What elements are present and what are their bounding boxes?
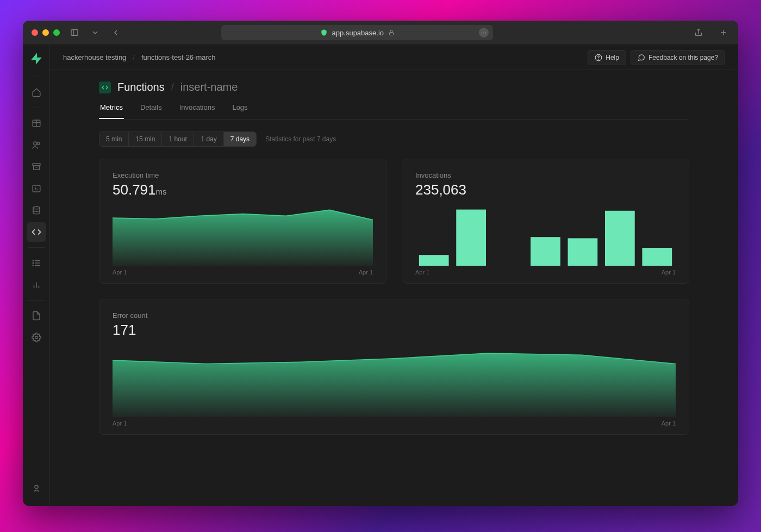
feedback-label: Feedback on this page? (648, 54, 718, 61)
app-sidebar (23, 45, 50, 506)
svg-point-26 (35, 485, 38, 489)
err-axis-left: Apr 1 (113, 420, 127, 427)
svg-rect-29 (419, 255, 449, 266)
svg-point-25 (35, 336, 38, 339)
range-7-days[interactable]: 7 days (224, 132, 256, 146)
svg-rect-35 (642, 248, 672, 266)
inv-label: Invocations (415, 171, 676, 179)
code-icon (32, 227, 41, 237)
functions-badge-icon (99, 82, 111, 93)
help-button[interactable]: Help (588, 50, 626, 65)
share-icon[interactable] (693, 27, 704, 39)
shield-icon (320, 29, 328, 36)
more-icon[interactable]: ··· (479, 28, 489, 37)
gear-icon (32, 333, 41, 342)
breadcrumb-separator: / (133, 53, 135, 61)
sidebar-item-logs[interactable] (27, 253, 46, 273)
archive-icon (32, 162, 41, 172)
err-axis-right: Apr 1 (662, 420, 676, 427)
sidebar-item-api-docs[interactable] (27, 306, 46, 326)
comment-icon (638, 54, 645, 61)
breadcrumb-org[interactable]: hackerhouse testing (63, 53, 126, 61)
inv-axis-right: Apr 1 (662, 269, 676, 276)
stats-caption: Statistics for past 7 days (265, 135, 336, 143)
close-window-button[interactable] (32, 29, 38, 36)
help-label: Help (606, 54, 619, 61)
inv-axis-left: Apr 1 (415, 269, 429, 276)
sidebar-item-home[interactable] (27, 83, 46, 102)
inv-chart (415, 206, 676, 266)
range-1-hour[interactable]: 1 hour (162, 132, 194, 146)
url-text: app.supabase.io (332, 29, 384, 37)
title-separator: / (171, 82, 174, 93)
supabase-logo-icon[interactable] (29, 52, 43, 66)
range-1-day[interactable]: 1 day (194, 132, 223, 146)
sidebar-toggle-icon[interactable] (68, 27, 80, 39)
section-title[interactable]: Functions (117, 81, 165, 93)
sidebar-item-settings[interactable] (27, 328, 46, 347)
bar-chart-icon (32, 280, 41, 290)
new-tab-icon[interactable] (718, 27, 729, 39)
tab-logs[interactable]: Logs (231, 103, 248, 119)
svg-point-28 (598, 59, 599, 59)
svg-rect-11 (33, 164, 40, 166)
sidebar-item-functions[interactable] (27, 222, 46, 242)
card-error-count: Error count 171 Apr 1 Apr 1 (99, 299, 689, 435)
function-name: insert-name (180, 81, 238, 93)
svg-point-19 (33, 260, 34, 261)
range-5-min[interactable]: 5 min (99, 132, 129, 146)
user-icon (32, 484, 41, 493)
breadcrumb-header: hackerhouse testing / functions-test-26-… (50, 45, 738, 70)
sidebar-item-table[interactable] (27, 114, 46, 133)
svg-rect-33 (568, 238, 598, 266)
exec-axis-right: Apr 1 (359, 269, 373, 276)
tab-details[interactable]: Details (139, 103, 163, 119)
home-icon (32, 87, 41, 97)
back-button[interactable] (110, 27, 122, 39)
tab-metrics[interactable]: Metrics (99, 103, 124, 119)
range-15-min[interactable]: 15 min (129, 132, 162, 146)
sidebar-item-reports[interactable] (27, 275, 46, 295)
exec-value: 50.791 (113, 181, 156, 198)
sidebar-item-account[interactable] (27, 479, 46, 498)
exec-unit: ms (156, 187, 167, 196)
svg-point-20 (33, 262, 34, 264)
inv-value: 235,063 (415, 181, 466, 198)
svg-point-10 (37, 142, 40, 145)
svg-point-9 (33, 142, 36, 145)
feedback-button[interactable]: Feedback on this page? (631, 50, 725, 65)
exec-axis-left: Apr 1 (113, 269, 127, 276)
svg-rect-34 (605, 211, 635, 266)
lock-icon (388, 29, 395, 36)
tab-invocations[interactable]: Invocations (178, 103, 216, 119)
err-chart (113, 346, 676, 417)
file-icon (32, 311, 41, 321)
svg-point-15 (33, 206, 40, 209)
sidebar-item-database[interactable] (27, 201, 46, 220)
svg-rect-2 (390, 33, 394, 35)
help-icon (595, 54, 602, 61)
svg-rect-30 (456, 210, 486, 266)
svg-rect-32 (531, 237, 560, 266)
maximize-window-button[interactable] (53, 29, 60, 36)
exec-chart (113, 206, 373, 266)
table-icon (32, 118, 41, 128)
sidebar-item-sql[interactable] (27, 179, 46, 198)
svg-point-21 (33, 265, 34, 266)
sidebar-item-storage[interactable] (27, 157, 46, 177)
terminal-icon (32, 184, 41, 193)
users-icon (32, 140, 41, 150)
svg-rect-0 (71, 30, 78, 36)
chevron-down-icon[interactable] (89, 27, 101, 39)
card-execution-time: Execution time 50.791ms Apr 1 Apr 1 (99, 159, 386, 284)
exec-label: Execution time (113, 171, 373, 179)
url-bar[interactable]: app.supabase.io ··· (221, 25, 493, 40)
list-icon (32, 258, 41, 268)
card-invocations: Invocations 235,063 Apr 1 Apr 1 (402, 159, 689, 284)
minimize-window-button[interactable] (42, 29, 49, 36)
breadcrumb-project[interactable]: functions-test-26-march (141, 53, 216, 61)
browser-titlebar: app.supabase.io ··· (23, 21, 738, 45)
err-value: 171 (113, 322, 136, 338)
err-label: Error count (113, 311, 676, 320)
sidebar-item-auth[interactable] (27, 135, 46, 155)
